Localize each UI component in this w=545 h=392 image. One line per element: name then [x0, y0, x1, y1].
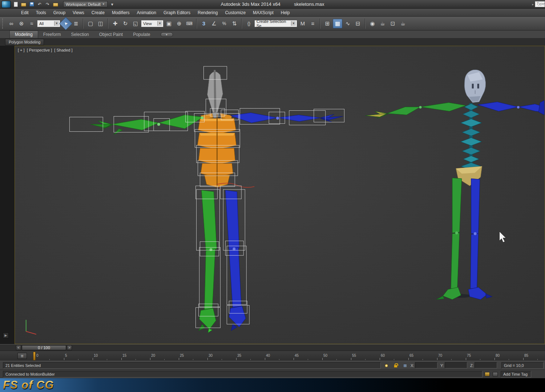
skeleton-left-leg-left[interactable] [199, 190, 217, 333]
menu-item[interactable]: Rendering [194, 9, 221, 16]
viewport-menu-view[interactable]: [ Perspective ] [27, 48, 52, 52]
menu-item[interactable]: Views [69, 9, 88, 16]
select-and-scale-icon[interactable]: ◱ [131, 19, 140, 28]
current-frame-marker[interactable] [33, 352, 36, 360]
search-collapse-icon[interactable]: ▸ [532, 3, 534, 6]
open-file-icon[interactable] [20, 1, 27, 8]
skeleton-right-spine[interactable] [461, 103, 482, 170]
viewport-menu-shading[interactable]: [ Shaded ] [54, 48, 72, 52]
bind-to-space-warp-icon[interactable]: ≈ [27, 19, 36, 28]
perspective-viewport[interactable]: [ + ] [ Perspective ] [ Shaded ] [15, 46, 545, 344]
rendered-frame-window-icon[interactable]: ⊡ [388, 19, 397, 28]
curve-editor-icon[interactable]: ∿ [343, 19, 352, 28]
menu-item[interactable]: Customize [221, 9, 249, 16]
select-and-move-icon[interactable]: ✚ [110, 19, 120, 28]
rectangular-selection-region-icon[interactable]: ▢ [86, 19, 95, 28]
workspace-dropdown[interactable]: Workspace: Default ▼ [63, 1, 108, 7]
skeleton-right-leg-left[interactable] [436, 178, 462, 299]
skeleton-left-arm-left[interactable] [90, 115, 203, 135]
y-coord-input[interactable] [445, 362, 467, 368]
undo-icon[interactable]: ↶ [36, 1, 43, 8]
x-coord-input[interactable] [415, 362, 437, 368]
menu-item[interactable]: Help [277, 9, 294, 16]
select-and-rotate-icon[interactable]: ↻ [121, 19, 130, 28]
use-pivot-center-icon[interactable]: ▣ [164, 19, 174, 28]
menu-item[interactable]: Modifiers [108, 9, 133, 16]
isolate-selection-icon[interactable] [383, 363, 389, 368]
previous-frame-button[interactable]: < [16, 345, 21, 350]
mini-curve-editor-button[interactable]: ≣ [17, 353, 27, 359]
manage-layers-icon[interactable]: ⊞ [323, 19, 332, 28]
render-setup-icon[interactable]: ☕ [378, 19, 387, 28]
app-menu-button[interactable] [1, 1, 11, 8]
window-icon[interactable] [492, 371, 498, 377]
time-slider-handle[interactable]: 0 / 100 [22, 345, 66, 350]
project-folder-icon[interactable] [52, 1, 59, 8]
unlink-selection-icon[interactable]: ⊗ [17, 19, 26, 28]
tab-freeform[interactable]: Freeform [38, 31, 66, 38]
skeleton-left-spine[interactable] [198, 114, 237, 188]
key-icon[interactable] [484, 371, 490, 377]
skeleton-left[interactable] [69, 66, 344, 333]
select-and-link-icon[interactable]: ∞ [7, 19, 16, 28]
selection-filter-dropdown[interactable]: All▼ [37, 20, 60, 27]
menu-item[interactable]: Create [88, 9, 108, 16]
expand-trackbar-icon[interactable]: ▶ [3, 332, 9, 338]
graphite-ribbon-toggle-icon[interactable]: ▦ [333, 19, 342, 28]
viewport-canvas[interactable] [15, 46, 545, 344]
timeline-tick: 70 [437, 351, 466, 361]
tab-selection[interactable]: Selection [66, 31, 94, 38]
track-bar[interactable]: ≣ 0510152025303540455055606570758085 [0, 351, 545, 361]
ribbon-display-toggle[interactable]: ▾ [161, 32, 173, 37]
skeleton-right-head[interactable] [464, 70, 485, 102]
new-file-icon[interactable] [12, 1, 19, 8]
select-and-manipulate-icon[interactable]: ⊕ [174, 19, 184, 28]
timeline-ruler[interactable]: 0510152025303540455055606570758085 [35, 351, 545, 361]
mirror-icon[interactable]: M [298, 19, 307, 28]
tab-modeling[interactable]: Modeling [9, 30, 38, 38]
skeleton-left-arm-right[interactable] [230, 113, 343, 123]
menu-item[interactable]: Group [50, 9, 69, 16]
skeleton-right-arm-left[interactable] [365, 103, 466, 119]
toolbar-drag-handle[interactable] [2, 19, 4, 29]
edit-named-selection-sets-icon[interactable]: {} [244, 19, 254, 28]
material-editor-icon[interactable]: ◉ [368, 19, 377, 28]
skeleton-right-leg-right[interactable] [468, 179, 492, 299]
menu-item[interactable]: Graph Editors [160, 9, 194, 16]
tab-object-paint[interactable]: Object Paint [94, 31, 128, 38]
polygon-modeling-panel[interactable]: Polygon Modeling [5, 39, 44, 45]
search-input[interactable]: Type [535, 1, 545, 7]
skeleton-left-head[interactable] [207, 70, 223, 118]
z-coord-input[interactable] [475, 362, 497, 368]
absolute-mode-icon[interactable]: ⊞ [402, 363, 408, 368]
snaps-toggle-icon[interactable]: 3 [199, 19, 209, 28]
spinner-snap-icon[interactable]: ⇅ [230, 19, 239, 28]
next-frame-button[interactable]: > [67, 345, 72, 350]
angle-snap-icon[interactable]: ∠ [209, 19, 219, 28]
render-production-icon[interactable]: ☕ [398, 19, 408, 28]
viewport-menu-plus[interactable]: [ + ] [18, 48, 25, 52]
menu-item[interactable]: Edit [17, 9, 32, 16]
time-slider-row[interactable]: < 0 / 100 > [0, 344, 545, 351]
named-selection-sets-dropdown[interactable]: Create Selection Se▼ [254, 20, 297, 27]
skeleton-right-arm-right[interactable] [478, 101, 545, 115]
schematic-view-icon[interactable]: ⊟ [353, 19, 363, 28]
menu-item[interactable]: MAXScript [249, 9, 277, 16]
tab-populate[interactable]: Populate [128, 31, 155, 38]
redo-icon[interactable]: ↷ [44, 1, 51, 8]
select-object-icon[interactable]: ➤ [59, 17, 73, 30]
window-crossing-icon[interactable]: ◫ [96, 19, 105, 28]
percent-snap-icon[interactable]: % [219, 19, 229, 28]
select-by-name-icon[interactable]: ≣ [71, 19, 81, 28]
skeleton-right[interactable] [365, 70, 544, 299]
add-time-tag-button[interactable]: Add Time Tag [501, 371, 531, 377]
menu-item[interactable]: Tools [32, 9, 50, 16]
toolbar-options-icon[interactable]: ▾ [109, 1, 116, 8]
skeleton-left-leg-right[interactable] [225, 190, 246, 331]
reference-coordinate-dropdown[interactable]: View▼ [141, 20, 164, 27]
save-file-icon[interactable] [28, 1, 35, 8]
keyboard-shortcut-override-icon[interactable]: ⌨ [185, 19, 194, 28]
selection-lock-icon[interactable] [392, 363, 399, 368]
menu-item[interactable]: Animation [133, 9, 160, 16]
align-icon[interactable]: ≡ [308, 19, 318, 28]
